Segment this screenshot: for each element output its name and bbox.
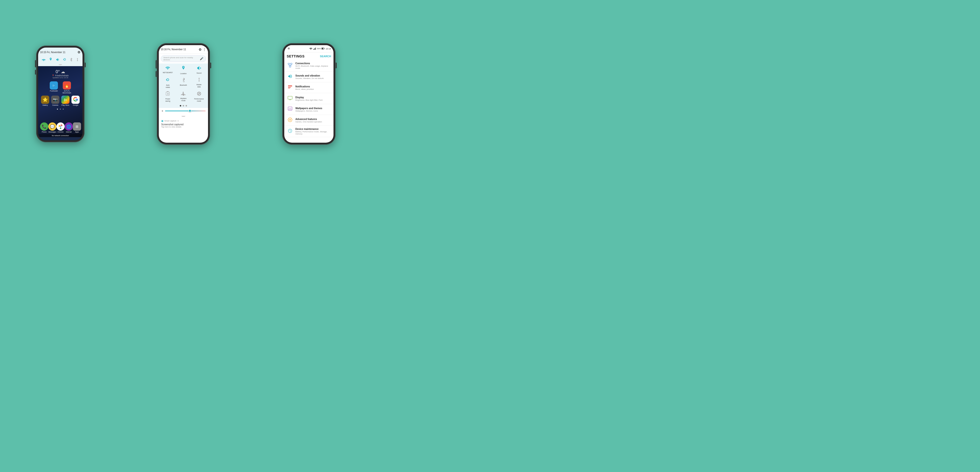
smart-capture-title: ▣ Smart capture ∧ (161, 120, 205, 122)
notifications-title: Notifications (295, 85, 331, 88)
toggle-performance[interactable]: Performancemode (191, 90, 207, 103)
rotate-icon[interactable] (63, 58, 66, 62)
weather-icon: ☁ (61, 69, 65, 74)
dot-3 (63, 108, 64, 110)
wifi-icon[interactable] (42, 58, 46, 62)
app-internet-label: Internet (66, 131, 72, 133)
toggle-mobiledata[interactable]: Mobiledata (191, 76, 207, 89)
weather-widget: 0° ☁ 📍 Friedrichshain Updated 11/11 10:1… (52, 66, 68, 80)
mic-icon[interactable]: 🎤 (200, 57, 204, 61)
applications-icon (288, 140, 293, 140)
gear-icon[interactable]: ⚙ (78, 50, 81, 54)
app-camera[interactable]: 📷 Camera (51, 96, 60, 106)
gear-icon2[interactable]: ⚙ (199, 48, 202, 51)
app-pushbullet[interactable]: ▷ Pushbullet (49, 81, 59, 94)
settings-item-maintenance[interactable]: Device maintenance Battery, Performance … (284, 126, 334, 137)
toggle-bluetooth[interactable]: Bluetooth (176, 76, 191, 89)
applications-title: Applications (295, 140, 331, 140)
time-display2: 10:16 Fri, November 11 (161, 48, 186, 51)
search-bar[interactable]: Search phone and scan for nearby devices… (161, 55, 206, 62)
advanced-icon (288, 117, 293, 123)
toggle-wifi[interactable]: NETGEAR57 (160, 64, 175, 76)
app-antutu[interactable]: 🔥 AnTuTuBenchmark (62, 81, 72, 94)
left-status: 🖼 (288, 48, 290, 50)
app-messages[interactable]: 💬 Messages (48, 123, 56, 133)
power-button (85, 62, 86, 67)
toggle-autorotate[interactable]: Autorotate (160, 76, 175, 89)
toggle-powersaving[interactable]: Powersaving (160, 90, 175, 103)
wallpaper-text: Wallpapers and themes Wallpapers, themes… (295, 107, 331, 112)
rotate-toggle-label: Autorotate (165, 84, 170, 88)
app-internet[interactable]: 🌐 Internet (65, 123, 73, 133)
svg-rect-26 (288, 88, 290, 88)
svg-rect-16 (288, 63, 290, 64)
more-icon[interactable]: ⋮ (203, 48, 206, 51)
applications-icon-wrap (287, 139, 293, 140)
settings-item-notifications[interactable]: Notifications Block, allow, prioritize (284, 82, 334, 93)
app-antutu-label: AnTuTuBenchmark (62, 90, 71, 94)
location-name: 📍 Friedrichshain (52, 74, 68, 77)
toggle-sound[interactable]: Sound (191, 64, 207, 76)
time-display3: 10:16 (326, 48, 331, 50)
smart-capture: ▣ Smart capture ∧ Screenshot captured Ta… (159, 118, 208, 129)
sound-icon[interactable] (56, 58, 60, 62)
app-apps[interactable]: ⊞ Apps (73, 123, 81, 133)
status-icons2: ⚙ ⋮ (199, 48, 206, 51)
no-network-text: No network connection (52, 135, 69, 136)
phone2-screen: 10:16 Fri, November 11 ⚙ ⋮ Search phone … (159, 45, 208, 143)
sounds-text: Sounds and vibration Sounds, Vibration, … (295, 74, 331, 80)
location-toggle-icon (182, 66, 185, 72)
notifications-subtitle: Block, allow, prioritize (295, 88, 331, 90)
svg-rect-25 (288, 87, 291, 88)
brightness-thumb[interactable] (188, 109, 191, 112)
status-icons: ⚙ (78, 50, 81, 54)
app-gallery-label: Gallery (43, 104, 48, 106)
maintenance-icon (288, 128, 293, 134)
wallpaper-subtitle: Wallpapers, themes, icons (295, 110, 331, 112)
wifi-toggle-icon (165, 66, 170, 71)
settings-item-sounds[interactable]: Sounds and vibration Sounds, Vibration, … (284, 72, 334, 82)
advanced-title: Advanced features (295, 118, 331, 121)
connections-icon (288, 63, 293, 69)
phone2-frame: 10:16 Fri, November 11 ⚙ ⋮ Search phone … (157, 43, 210, 145)
volume-down-button (35, 70, 36, 75)
phone1-frame: 10:15 Fri, November 11 ⚙ (36, 46, 84, 142)
settings-item-display[interactable]: Display Brightness, Blue light filter, F… (284, 93, 334, 104)
bluetooth-icon[interactable] (70, 58, 72, 62)
data-transfer-icon[interactable] (76, 58, 79, 62)
app-google[interactable]: Google (71, 96, 80, 106)
brightness-slider[interactable] (165, 110, 205, 111)
toggle-row-3: Powersaving Airplanemode Performancemode (160, 90, 207, 103)
phone3-frame: 🖼 56% 10:16 SETTI (282, 43, 336, 145)
app-google-label: Google (73, 104, 78, 106)
location-icon[interactable] (49, 58, 52, 62)
advanced-subtitle: Games, One-handed operation (295, 121, 331, 123)
notifications-icon (288, 85, 293, 91)
divider2 (159, 114, 208, 118)
settings-item-connections[interactable]: Connections Wi-Fi, Bluetooth, Data usage… (284, 60, 334, 72)
sound-toggle-label: Sound (197, 72, 202, 74)
page-dot-3 (186, 105, 187, 107)
power-button-3 (336, 62, 337, 68)
statusbar1: 10:15 Fri, November 11 ⚙ (38, 48, 83, 57)
volume-down-button (156, 71, 157, 77)
app-pushbullet-label: Pushbullet (50, 90, 58, 92)
temperature: 0° (56, 69, 60, 74)
settings-item-advanced[interactable]: Advanced features Games, One-handed oper… (284, 115, 334, 126)
phone2: 10:16 Fri, November 11 ⚙ ⋮ Search phone … (157, 43, 210, 145)
settings-search-button[interactable]: SEARCH (320, 55, 331, 58)
svg-rect-15 (322, 48, 323, 49)
svg-point-33 (290, 119, 291, 121)
settings-item-applications[interactable]: Applications Default applications, App p… (284, 137, 334, 140)
connections-icon-wrap (287, 62, 293, 69)
toggle-location[interactable]: Location (176, 64, 191, 76)
app-playstore[interactable]: ▷ Play Store (61, 96, 70, 106)
app-chrome[interactable]: Chrome (56, 123, 65, 133)
app-gallery[interactable]: ⭐ Gallery (41, 96, 50, 106)
notifications-text: Notifications Block, allow, prioritize (295, 85, 331, 90)
app-phone[interactable]: 📞 Phone (40, 123, 48, 133)
app-row-2: ⭐ Gallery 📷 Camera ▷ Play (38, 95, 82, 107)
advanced-text: Advanced features Games, One-handed oper… (295, 118, 331, 123)
settings-item-wallpaper[interactable]: Wallpapers and themes Wallpapers, themes… (284, 104, 334, 115)
toggle-airplane[interactable]: Airplanemode (176, 90, 191, 103)
